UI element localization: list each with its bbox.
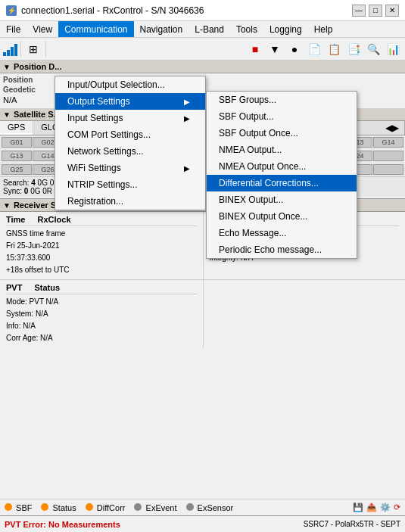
menu-network-settings[interactable]: Network Settings... [55, 143, 205, 160]
ntrip-label: NTRIP Settings... [67, 179, 137, 190]
menu-logging[interactable]: Logging [263, 21, 308, 37]
menu-sbf-groups[interactable]: SBF Groups... [207, 92, 357, 108]
menu-sbf-output-once[interactable]: SBF Output Once... [207, 125, 357, 142]
maximize-button[interactable]: □ [369, 5, 382, 17]
title-bar-left: ⚡ connection1.serial - RxControl - S/N 3… [6, 5, 204, 16]
output-settings-arrow: ▶ [184, 98, 190, 106]
close-button[interactable]: ✕ [385, 5, 399, 17]
menu-periodic-echo[interactable]: Periodic Echo message... [207, 241, 357, 258]
periodic-echo-label: Periodic Echo message... [219, 244, 322, 255]
output-settings-label: Output Settings [67, 96, 130, 107]
menu-differential-corrections[interactable]: Differential Corrections... [207, 175, 357, 191]
network-settings-label: Network Settings... [67, 146, 144, 157]
app-icon: ⚡ [6, 5, 17, 16]
menu-communication[interactable]: Communication [58, 21, 133, 37]
menu-binex-output[interactable]: BINEX Output... [207, 191, 357, 208]
menu-view[interactable]: View [26, 21, 58, 37]
communication-dropdown: Input/Output Selection... Output Setting… [55, 76, 206, 210]
sbf-output-once-label: SBF Output Once... [219, 128, 298, 138]
menu-lband[interactable]: L-Band [188, 21, 230, 37]
echo-message-label: Echo Message... [219, 228, 286, 238]
nmea-output-label: NMEA Output... [219, 145, 282, 155]
menu-echo-message[interactable]: Echo Message... [207, 225, 357, 241]
menu-binex-output-once[interactable]: BINEX Output Once... [207, 208, 357, 225]
menu-com-port[interactable]: COM Port Settings... [55, 126, 205, 143]
registration-label: Registration... [67, 196, 123, 207]
menu-wifi-settings[interactable]: WiFi Settings ▶ [55, 160, 205, 176]
wifi-settings-label: WiFi Settings [67, 163, 121, 173]
menu-ntrip[interactable]: NTRIP Settings... [55, 176, 205, 193]
nmea-output-once-label: NMEA Output Once... [219, 161, 306, 172]
binex-output-once-label: BINEX Output Once... [219, 211, 307, 222]
binex-output-label: BINEX Output... [219, 194, 283, 205]
menu-nmea-output[interactable]: NMEA Output... [207, 142, 357, 158]
menu-navigation[interactable]: Navigation [134, 21, 189, 37]
menu-file[interactable]: File [0, 21, 26, 37]
menu-help[interactable]: Help [308, 21, 339, 37]
title-bar-controls[interactable]: — □ ✕ [352, 5, 399, 17]
output-settings-submenu: SBF Groups... SBF Output... SBF Output O… [206, 91, 357, 259]
menu-nmea-output-once[interactable]: NMEA Output Once... [207, 158, 357, 175]
menu-registration[interactable]: Registration... [55, 193, 205, 210]
com-port-label: COM Port Settings... [67, 129, 151, 140]
title-bar: ⚡ connection1.serial - RxControl - S/N 3… [0, 0, 405, 21]
menubar: File View Communication Navigation L-Ban… [0, 21, 405, 38]
input-settings-arrow: ▶ [184, 114, 190, 123]
menu-sbf-output[interactable]: SBF Output... [207, 108, 357, 125]
menu-input-output[interactable]: Input/Output Selection... [55, 76, 205, 93]
wifi-settings-arrow: ▶ [184, 164, 190, 173]
input-settings-label: Input Settings [67, 113, 123, 123]
window-title: connection1.serial - RxControl - S/N 304… [21, 5, 204, 16]
dropdown-overlay: Input/Output Selection... Output Setting… [0, 38, 405, 532]
input-output-label: Input/Output Selection... [67, 79, 165, 90]
diff-corrections-label: Differential Corrections... [219, 178, 319, 188]
sbf-groups-label: SBF Groups... [219, 95, 276, 105]
menu-tools[interactable]: Tools [230, 21, 263, 37]
menu-input-settings[interactable]: Input Settings ▶ [55, 110, 205, 126]
sbf-output-label: SBF Output... [219, 111, 274, 122]
minimize-button[interactable]: — [352, 5, 366, 17]
menu-output-settings[interactable]: Output Settings ▶ [55, 93, 205, 110]
